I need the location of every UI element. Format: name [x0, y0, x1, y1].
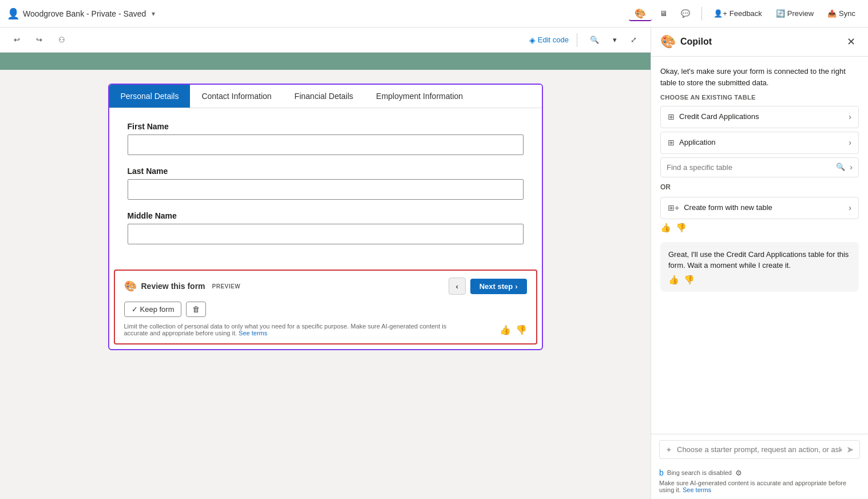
copilot-input-row: ✦ ➤	[659, 440, 860, 459]
expand-btn[interactable]: ⤢	[626, 33, 641, 46]
copilot-message-2: Great, I'll use the Credit Card Applicat…	[660, 242, 859, 292]
monitor-icon: 🖥	[660, 9, 667, 18]
bing-notice: b Bing search is disabled ⚙ Make sure AI…	[651, 465, 868, 499]
user-icon: 👤	[7, 7, 19, 20]
preview-badge: PREVIEW	[212, 283, 241, 290]
tab-personal-details[interactable]: Personal Details	[109, 85, 191, 108]
monitor-btn[interactable]: 🖥	[654, 7, 673, 20]
chevron-right-icon-3: ›	[849, 202, 851, 214]
form-tabs: Personal Details Contact Information Fin…	[109, 85, 542, 108]
review-bar-actions: ✓ Keep form 🗑	[124, 302, 527, 317]
table-grid-icon-1: ⊞	[668, 111, 675, 123]
table-option-label-2: Application	[679, 137, 716, 148]
trash-icon: 🗑	[192, 305, 200, 314]
edit-code-btn[interactable]: ◈ Edit code	[529, 35, 569, 45]
form-wrapper: Personal Details Contact Information Fin…	[108, 84, 543, 350]
checkmark-icon: ✓	[132, 305, 138, 314]
search-icon: 🔍	[836, 161, 845, 173]
feedback-btn[interactable]: 👤+ Feedback	[708, 7, 768, 20]
middle-name-input[interactable]	[128, 224, 524, 244]
sync-icon: 📤	[827, 9, 837, 18]
review-title-text: Review this form	[141, 282, 205, 291]
delete-btn[interactable]: 🗑	[186, 302, 206, 317]
table-option-left-1: ⊞ Credit Card Applications	[668, 111, 759, 123]
review-disclaimer: Limit the collection of personal data to…	[124, 323, 456, 336]
keep-form-label: Keep form	[140, 305, 175, 314]
topbar-right: 🎨 🖥 💬 👤+ Feedback 🔄 Preview 📤 Sync	[629, 6, 861, 21]
toolbar-right: ◈ Edit code 🔍 ▾ ⤢	[529, 33, 641, 47]
thumbs-up-btn[interactable]: 👍	[500, 324, 511, 335]
create-table-option[interactable]: ⊞+ Create form with new table ›	[660, 197, 859, 219]
tab-financial-details[interactable]: Financial Details	[283, 85, 365, 108]
find-table-option: 🔍 ›	[660, 157, 859, 177]
thumbs-down-btn[interactable]: 👎	[516, 324, 527, 335]
see-terms-link[interactable]: See terms	[239, 330, 267, 336]
feedback-person-icon: 👤+	[714, 9, 727, 18]
bing-label: Bing search is disabled	[667, 469, 732, 476]
copilot-send-btn[interactable]: ➤	[846, 444, 854, 455]
table-option-application[interactable]: ⊞ Application ›	[660, 132, 859, 154]
create-table-icon: ⊞+	[668, 202, 679, 214]
topbar-dropdown[interactable]: ▾	[149, 9, 157, 19]
vscode-icon: ◈	[529, 35, 536, 45]
chat-btn[interactable]: 💬	[675, 7, 696, 20]
preview-icon: 🔄	[776, 9, 785, 18]
copilot-message-1-text: Okay, let's make sure your form is conne…	[660, 66, 859, 88]
table-grid-icon-2: ⊞	[668, 137, 675, 149]
spark-btn[interactable]: ✦	[665, 445, 672, 454]
choose-table-label: Choose an existing table	[660, 93, 859, 102]
next-step-btn[interactable]: Next step ›	[470, 279, 527, 294]
or-divider: OR	[660, 182, 859, 192]
find-table-input[interactable]	[667, 163, 831, 172]
table-option-label-1: Credit Card Applications	[679, 111, 759, 122]
create-table-label: Create form with new table	[684, 202, 772, 213]
copilot-messages: Okay, let's make sure your form is conne…	[651, 57, 868, 434]
gear-icon: ⚙	[735, 469, 742, 477]
field-group-first-name: First Name	[128, 122, 524, 155]
copilot-text-input[interactable]	[677, 445, 842, 454]
toolbar: ↩ ↪ ⚇ ◈ Edit code 🔍 ▾ ⤢	[0, 27, 651, 53]
review-bar-nav: ‹ Next step ›	[449, 278, 527, 295]
msg-thumbs-down-1[interactable]: 👎	[676, 223, 687, 233]
msg-thumbs-up-2[interactable]: 👍	[668, 275, 679, 285]
tab-employment-information[interactable]: Employment Information	[364, 85, 474, 108]
bing-see-terms-link[interactable]: See terms	[683, 486, 711, 493]
tab-contact-information[interactable]: Contact Information	[190, 85, 283, 108]
prev-step-btn[interactable]: ‹	[449, 278, 466, 295]
form-body: First Name Last Name Middle Name	[109, 108, 542, 265]
copilot-panel-title: Copilot	[680, 37, 839, 47]
copilot-review-icon: 🎨	[124, 280, 137, 292]
last-name-input[interactable]	[128, 179, 524, 200]
topbar-left: 👤 Woodgrove Bank - Private - Saved ▾	[7, 7, 624, 20]
canvas-header-bar	[0, 53, 651, 70]
main-layout: ↩ ↪ ⚇ ◈ Edit code 🔍 ▾ ⤢	[0, 27, 868, 499]
keep-form-btn[interactable]: ✓ Keep form	[124, 302, 182, 317]
connect-btn[interactable]: ⚇	[54, 33, 70, 46]
sync-btn[interactable]: 📤 Sync	[822, 7, 861, 20]
preview-btn[interactable]: 🔄 Preview	[770, 7, 819, 20]
redo-btn[interactable]: ↪	[31, 33, 47, 46]
chat-icon: 💬	[681, 9, 690, 18]
last-name-label: Last Name	[128, 167, 524, 176]
copilot-msg-feedback-1: 👍 👎	[660, 223, 859, 233]
table-option-credit-card[interactable]: ⊞ Credit Card Applications ›	[660, 106, 859, 128]
msg-thumbs-up-1[interactable]: 👍	[660, 223, 671, 233]
copilot-multicolor-icon: 🎨	[635, 8, 646, 19]
topbar: 👤 Woodgrove Bank - Private - Saved ▾ 🎨 🖥…	[0, 0, 868, 27]
copilot-close-btn[interactable]: ✕	[843, 34, 859, 49]
bing-icon: b	[659, 468, 664, 477]
copilot-topbar-btn[interactable]: 🎨	[629, 6, 652, 21]
review-bar: 🎨 Review this form PREVIEW ‹ Next step ›	[114, 270, 537, 344]
copilot-message-2-text: Great, I'll use the Credit Card Applicat…	[668, 249, 851, 271]
copilot-message-1: Okay, let's make sure your form is conne…	[660, 66, 859, 233]
zoom-dropdown-btn[interactable]: ▾	[608, 33, 621, 46]
zoom-btn[interactable]: 🔍	[585, 33, 604, 46]
chevron-right-icon-2: ›	[849, 137, 851, 149]
canvas-scroll[interactable]: Personal Details Contact Information Fin…	[0, 53, 651, 499]
undo-btn[interactable]: ↩	[9, 33, 25, 46]
msg-thumbs-down-2[interactable]: 👎	[684, 275, 695, 285]
first-name-input[interactable]	[128, 134, 524, 155]
copilot-msg-feedback-2: 👍 👎	[668, 275, 851, 285]
copilot-input-area: ✦ ➤	[651, 434, 868, 465]
next-step-icon: ›	[515, 282, 517, 291]
